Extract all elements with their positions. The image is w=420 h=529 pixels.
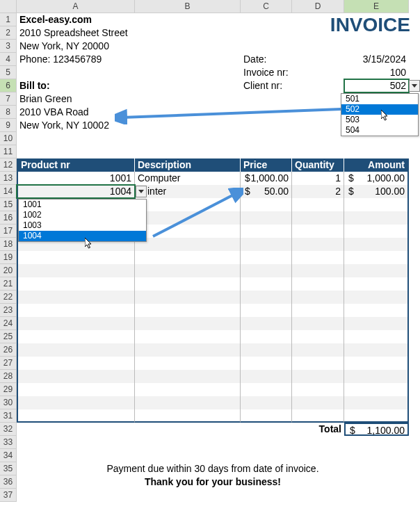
empty-cell[interactable] xyxy=(135,396,241,409)
empty-cell[interactable] xyxy=(344,225,409,238)
empty-cell[interactable] xyxy=(241,383,292,396)
cell-description[interactable]: Computer xyxy=(135,172,241,185)
row-header-9[interactable]: 9 xyxy=(0,119,17,132)
empty-cell[interactable] xyxy=(135,291,241,304)
row-header-20[interactable]: 20 xyxy=(0,264,17,277)
col-header-D[interactable]: D xyxy=(292,0,344,13)
row-header-32[interactable]: 32 xyxy=(0,423,17,436)
client-option-selected[interactable]: 502 xyxy=(341,104,418,115)
cell-price-2[interactable]: $50.00 xyxy=(241,185,292,198)
date-label[interactable]: Date: xyxy=(241,53,292,66)
invoice-nr-value[interactable]: 100 xyxy=(344,66,409,79)
row-header-26[interactable]: 26 xyxy=(0,343,17,357)
empty-cell[interactable] xyxy=(292,211,344,225)
client-nr-value[interactable]: 502 xyxy=(344,79,409,92)
empty-cell[interactable] xyxy=(241,343,292,357)
empty-cell[interactable] xyxy=(17,304,135,317)
empty-cell[interactable] xyxy=(135,409,241,423)
row-header-7[interactable]: 7 xyxy=(0,92,17,106)
empty-cell[interactable] xyxy=(135,264,241,277)
empty-cell[interactable] xyxy=(135,370,241,383)
cell-quantity-2[interactable]: 2 xyxy=(292,185,344,198)
empty-cell[interactable] xyxy=(241,370,292,383)
empty-cell[interactable] xyxy=(17,370,135,383)
empty-cell[interactable] xyxy=(292,304,344,317)
product-dropdown-button[interactable] xyxy=(136,186,147,197)
empty-cell[interactable] xyxy=(241,277,292,291)
empty-cell[interactable] xyxy=(344,238,409,251)
row-header-24[interactable]: 24 xyxy=(0,317,17,330)
col-header-A[interactable]: A xyxy=(17,0,135,13)
empty-cell[interactable] xyxy=(241,357,292,370)
empty-cell[interactable] xyxy=(17,357,135,370)
empty-cell[interactable] xyxy=(241,396,292,409)
row-header-18[interactable]: 18 xyxy=(0,238,17,251)
row-header-2[interactable]: 2 xyxy=(0,26,17,40)
client-option[interactable]: 501 xyxy=(341,94,418,104)
th-product-nr[interactable]: Product nr xyxy=(17,158,135,172)
empty-cell[interactable] xyxy=(292,225,344,238)
empty-cell[interactable] xyxy=(135,357,241,370)
empty-cell[interactable] xyxy=(17,396,135,409)
row-header-15[interactable]: 15 xyxy=(0,198,17,211)
empty-cell[interactable] xyxy=(344,330,409,343)
select-all-corner[interactable] xyxy=(0,0,17,13)
row-header-19[interactable]: 19 xyxy=(0,251,17,264)
row-header-1[interactable]: 1 xyxy=(0,13,17,26)
client-option[interactable]: 503 xyxy=(341,115,418,125)
row-header-27[interactable]: 27 xyxy=(0,357,17,370)
client-dropdown-list[interactable]: 501 502 503 504 xyxy=(341,93,419,136)
empty-cell[interactable] xyxy=(17,251,135,264)
product-dropdown-list[interactable]: 1001 1002 1003 1004 xyxy=(18,199,147,242)
th-price[interactable]: Price xyxy=(241,158,292,172)
row-header-21[interactable]: 21 xyxy=(0,277,17,291)
empty-cell[interactable] xyxy=(135,304,241,317)
th-quantity[interactable]: Quantity xyxy=(292,158,344,172)
empty-cell[interactable] xyxy=(292,277,344,291)
row-header-28[interactable]: 28 xyxy=(0,370,17,383)
empty-cell[interactable] xyxy=(135,277,241,291)
empty-cell[interactable] xyxy=(17,330,135,343)
empty-cell[interactable] xyxy=(292,409,344,423)
empty-cell[interactable] xyxy=(241,211,292,225)
empty-cell[interactable] xyxy=(344,370,409,383)
company-city[interactable]: New York, NY 20000 xyxy=(17,40,241,53)
row-header-10[interactable]: 10 xyxy=(0,132,17,145)
empty-cell[interactable] xyxy=(292,198,344,211)
row-header-6[interactable]: 6 xyxy=(0,79,17,92)
row-header-23[interactable]: 23 xyxy=(0,304,17,317)
empty-cell[interactable] xyxy=(292,238,344,251)
row-header-11[interactable]: 11 xyxy=(0,145,17,158)
empty-cell[interactable] xyxy=(344,317,409,330)
cell-quantity[interactable]: 1 xyxy=(292,172,344,185)
invoice-nr-label[interactable]: Invoice nr: xyxy=(241,66,292,79)
row-header-16[interactable]: 16 xyxy=(0,211,17,225)
date-value[interactable]: 3/15/2024 xyxy=(344,53,409,66)
empty-cell[interactable] xyxy=(241,264,292,277)
th-description[interactable]: Description xyxy=(135,158,241,172)
client-nr-label[interactable]: Client nr: xyxy=(241,79,292,92)
empty-cell[interactable] xyxy=(292,251,344,264)
row-header-35[interactable]: 35 xyxy=(0,462,17,475)
empty-cell[interactable] xyxy=(344,343,409,357)
empty-cell[interactable] xyxy=(17,383,135,396)
empty-cell[interactable] xyxy=(292,291,344,304)
client-option[interactable]: 504 xyxy=(341,125,418,136)
empty-cell[interactable] xyxy=(344,383,409,396)
row-header-25[interactable]: 25 xyxy=(0,330,17,343)
empty-cell[interactable] xyxy=(292,317,344,330)
empty-cell[interactable] xyxy=(241,198,292,211)
row-header-13[interactable]: 13 xyxy=(0,172,17,185)
cell-amount[interactable]: $1,000.00 xyxy=(344,172,409,185)
product-option[interactable]: 1001 xyxy=(19,200,146,210)
empty-cell[interactable] xyxy=(344,357,409,370)
empty-cell[interactable] xyxy=(241,317,292,330)
cell-price[interactable]: $1,000.00 xyxy=(241,172,292,185)
product-option-selected[interactable]: 1004 xyxy=(19,231,146,241)
row-header-3[interactable]: 3 xyxy=(0,40,17,53)
empty-cell[interactable] xyxy=(292,396,344,409)
product-option[interactable]: 1002 xyxy=(19,210,146,220)
product-option[interactable]: 1003 xyxy=(19,220,146,231)
company-street[interactable]: 2010 Spreadsheet Street xyxy=(17,26,241,40)
col-header-C[interactable]: C xyxy=(241,0,292,13)
